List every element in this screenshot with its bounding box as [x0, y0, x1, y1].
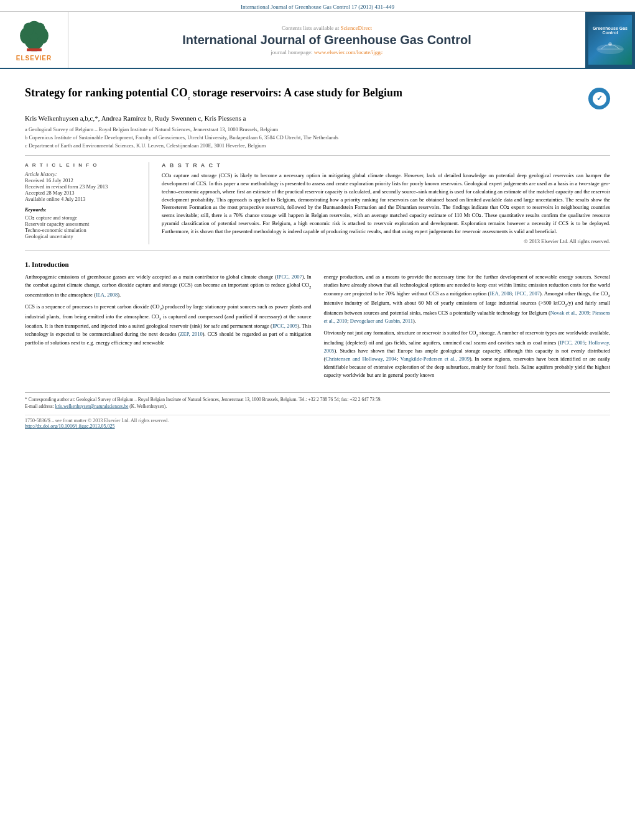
divider-2 — [25, 251, 610, 251]
email-suffix: (K. Welkenhuysen). — [129, 404, 167, 409]
keyword-2: Reservoir capacity assessment — [25, 221, 139, 227]
doi-section: 1750-5836/$ – see front matter © 2013 El… — [25, 415, 610, 429]
divider-1 — [25, 155, 610, 156]
cover-image: Greenhouse Gas Control — [588, 15, 632, 65]
history-label: Article history: — [25, 171, 139, 177]
affiliations: a Geological Survey of Belgium – Royal B… — [25, 126, 610, 149]
ref-iea2008[interactable]: IEA, 2008 — [96, 292, 118, 298]
revised-date: Received in revised form 23 May 2013 — [25, 183, 139, 190]
ref-ipcc2005[interactable]: IPCC, 2005 — [272, 323, 297, 329]
svg-point-5 — [23, 22, 33, 35]
keywords-label: Keywords: — [25, 207, 139, 213]
article-title-row: Strategy for ranking potential CO2 stora… — [25, 86, 610, 109]
article-title-text: Strategy for ranking potential CO2 stora… — [25, 86, 402, 101]
journal-header: ELSEVIER Contents lists available at Sci… — [0, 12, 635, 69]
homepage-link[interactable]: www.elsevier.com/locate/ijggc — [314, 49, 383, 55]
available-date: Available online 4 July 2013 — [25, 196, 139, 202]
body-col-left: Anthropogenic emissions of greenhouse ga… — [25, 273, 312, 383]
ref-ipcc2007b[interactable]: IPCC, 2007 — [515, 290, 540, 297]
email-link[interactable]: kris.welkenhuysen@naturalsciences.be — [55, 404, 129, 409]
svg-point-10 — [608, 42, 612, 46]
doi-link: http://dx.doi.org/10.1016/j.ijggc.2013.0… — [25, 423, 610, 429]
footnote-email: E-mail address: kris.welkenhuysen@natura… — [25, 404, 610, 410]
accepted-date: Accepted 28 May 2013 — [25, 190, 139, 196]
journal-title-area: Contents lists available at ScienceDirec… — [68, 12, 585, 68]
cover-title: Greenhouse Gas Control — [588, 24, 632, 37]
authors: Kris Welkenhuysen a,b,c,*, Andrea Ramíre… — [25, 114, 610, 122]
homepage-prefix: journal homepage: — [271, 49, 313, 55]
sciencedirect-prefix: Contents lists available at — [282, 25, 340, 31]
email-label: E-mail address: — [25, 404, 55, 409]
affiliation-a: a Geological Survey of Belgium – Royal B… — [25, 126, 610, 134]
footnote-corresponding: * Corresponding author at: Geological Su… — [25, 397, 610, 404]
authors-text: Kris Welkenhuysen a,b,c,*, Andrea Ramíre… — [25, 114, 246, 122]
ref-novak[interactable]: Novak et al., 2009 — [550, 310, 590, 316]
section-1-heading: 1. Introduction — [25, 261, 610, 268]
crossmark-badge: ✓ — [588, 88, 610, 109]
sciencedirect-anchor[interactable]: ScienceDirect — [341, 25, 372, 31]
info-abstract-row: A R T I C L E I N F O Article history: R… — [25, 162, 610, 244]
ref-devogelaer[interactable]: Devogelaer and Gusbin, 2011 — [350, 318, 413, 324]
abstract-section: A B S T R A C T CO₂ capture and storage … — [162, 162, 610, 244]
sciencedirect-link: Contents lists available at ScienceDirec… — [282, 25, 372, 31]
svg-rect-7 — [27, 48, 42, 51]
ref-ipcc2005b[interactable]: IPCC, 2005 — [560, 339, 585, 346]
article-info: A R T I C L E I N F O Article history: R… — [25, 162, 149, 244]
citation-bar: International Journal of Greenhouse Gas … — [0, 0, 635, 12]
keyword-4: Geological uncertainty — [25, 233, 139, 239]
received-date: Received 16 July 2012 — [25, 177, 139, 183]
elsevier-logo: ELSEVIER — [0, 12, 68, 68]
abstract-text: CO₂ capture and storage (CCS) is likely … — [162, 172, 610, 235]
page: International Journal of Greenhouse Gas … — [0, 0, 635, 840]
abstract-title: A B S T R A C T — [162, 162, 610, 168]
copyright-notice: © 2013 Elsevier Ltd. All rights reserved… — [162, 238, 610, 244]
article-info-title: A R T I C L E I N F O — [25, 162, 139, 168]
article-content: Strategy for ranking potential CO2 stora… — [0, 69, 635, 438]
citation-text: International Journal of Greenhouse Gas … — [241, 4, 394, 10]
svg-point-6 — [34, 22, 45, 35]
journal-cover: Greenhouse Gas Control — [585, 12, 635, 68]
journal-name: International Journal of Greenhouse Gas … — [182, 33, 471, 47]
doi-anchor[interactable]: http://dx.doi.org/10.1016/j.ijggc.2013.0… — [25, 423, 115, 429]
body-section: 1. Introduction Anthropogenic emissions … — [25, 261, 610, 429]
ref-christensen[interactable]: Christensen and Holloway, 2004 — [325, 356, 397, 362]
keyword-1: CO₂ capture and storage — [25, 215, 139, 221]
keyword-3: Techno-economic simulation — [25, 227, 139, 233]
ref-ipcc2007[interactable]: IPCC, 2007 — [277, 274, 302, 280]
issn-text: 1750-5836/$ – see front matter © 2013 El… — [25, 418, 610, 423]
affiliation-b: b Copernicus Institute of Sustainable De… — [25, 134, 610, 142]
cover-illustration — [595, 37, 626, 55]
affiliation-c: c Department of Earth and Environmental … — [25, 142, 610, 150]
crossmark-icon: ✓ — [593, 92, 606, 106]
ref-zep2010[interactable]: ZEP, 2010 — [180, 331, 202, 337]
elsevier-text: ELSEVIER — [16, 55, 52, 62]
elsevier-tree-icon — [12, 19, 56, 53]
body-para-2: CCS is a sequence of processes to preven… — [25, 303, 312, 347]
body-col-right: energy production, and as a means to pro… — [324, 273, 611, 383]
ref-vangkilde[interactable]: Vangkilde-Pedersen et al., 2009 — [400, 356, 470, 362]
journal-homepage: journal homepage: www.elsevier.com/locat… — [271, 49, 382, 55]
two-column-body: Anthropogenic emissions of greenhouse ga… — [25, 273, 610, 383]
footnote-section: * Corresponding author at: Geological Su… — [25, 392, 610, 410]
ref-iea2008b[interactable]: IEA, 2008 — [489, 290, 512, 297]
body-para-3: energy production, and as a means to pro… — [324, 273, 611, 325]
body-para-1: Anthropogenic emissions of greenhouse ga… — [25, 273, 312, 299]
body-para-4: Obviously not just any formation, struct… — [324, 329, 611, 379]
